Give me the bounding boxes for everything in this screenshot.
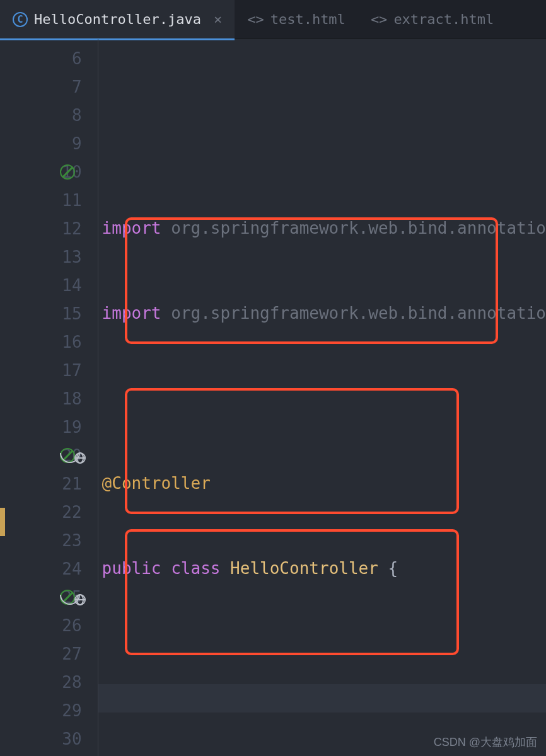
line-number[interactable]: 24 — [0, 554, 96, 583]
watermark: CSDN @大盘鸡加面 — [434, 735, 537, 750]
tab-label: HelloController.java — [34, 11, 201, 27]
line-number[interactable]: 11 — [0, 186, 96, 214]
editor-pane: 6 7 8 9 10 11 12 13 14 15 16 17 18 19 20… — [0, 39, 546, 756]
close-icon[interactable]: × — [214, 11, 222, 27]
line-number-gutter: 6 7 8 9 10 11 12 13 14 15 16 17 18 19 20… — [0, 39, 96, 756]
line-number[interactable]: 8 — [0, 101, 96, 129]
globe-icon — [74, 452, 86, 464]
line-number[interactable]: 23 — [0, 526, 96, 554]
html-file-icon: <> — [371, 11, 388, 27]
line-number[interactable]: 25 — [0, 583, 96, 611]
line-number[interactable]: 30 — [0, 724, 96, 753]
code-line: import org.springframework.web.bind.anno… — [96, 299, 546, 328]
line-number[interactable]: 28 — [0, 668, 96, 696]
line-number[interactable]: 6 — [0, 44, 96, 72]
tab-extract[interactable]: <> extract.html — [358, 0, 506, 38]
editor-tabs: C HelloController.java × <> test.html <>… — [0, 0, 546, 39]
code-line — [96, 639, 546, 668]
code-line: public class HelloController { — [96, 554, 546, 583]
line-number[interactable]: 21 — [0, 469, 96, 498]
line-number[interactable]: 15 — [0, 299, 96, 328]
no-entry-icon — [60, 164, 75, 180]
tab-label: test.html — [270, 11, 346, 27]
line-number[interactable]: 22 — [0, 498, 96, 526]
tab-test[interactable]: <> test.html — [235, 0, 358, 38]
code-area[interactable]: import org.springframework.web.bind.anno… — [96, 39, 546, 756]
html-file-icon: <> — [247, 11, 264, 27]
web-no-entry-icon — [60, 448, 75, 463]
highlight-box-3 — [125, 529, 459, 655]
line-number[interactable]: 20 — [0, 441, 96, 469]
line-number[interactable]: 17 — [0, 356, 96, 384]
line-number[interactable]: 10 — [0, 158, 96, 186]
line-number[interactable]: 14 — [0, 271, 96, 299]
line-number[interactable]: 27 — [0, 639, 96, 668]
tab-label: extract.html — [393, 11, 494, 27]
code-line — [96, 384, 546, 413]
line-number[interactable]: 26 — [0, 611, 96, 639]
code-line: @Controller — [96, 469, 546, 498]
line-number[interactable]: 13 — [0, 243, 96, 271]
code-line: import org.springframework.web.bind.anno… — [96, 214, 546, 243]
line-number[interactable]: 29 — [0, 696, 96, 724]
line-number[interactable]: 16 — [0, 328, 96, 356]
line-number[interactable]: 12 — [0, 214, 96, 243]
line-number[interactable]: 19 — [0, 413, 96, 441]
line-number[interactable]: 7 — [0, 72, 96, 101]
class-file-icon: C — [13, 12, 28, 27]
tab-hellocontroller[interactable]: C HelloController.java × — [0, 0, 235, 38]
line-number[interactable]: 9 — [0, 129, 96, 158]
globe-icon — [74, 594, 86, 605]
web-no-entry-icon — [60, 590, 75, 605]
line-number[interactable]: 18 — [0, 384, 96, 413]
